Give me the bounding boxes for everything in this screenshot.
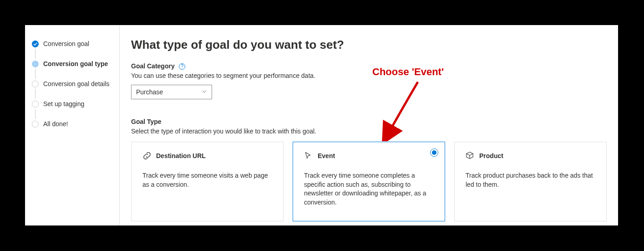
help-icon[interactable]: ? [179,63,185,70]
card-title: Product [479,152,503,159]
goal-type-desc: Select the type of interaction you would… [131,128,607,135]
step-connector [35,69,35,79]
card-event[interactable]: Event Track every time someone completes… [293,142,445,221]
goal-type-cards: Destination URL Track every time someone… [131,142,607,221]
card-product[interactable]: Product Track product purchases back to … [454,142,607,221]
circle-icon [32,101,39,108]
card-desc: Track every time someone visits a web pa… [142,171,272,189]
page-title: What type of goal do you want to set? [131,38,607,52]
step-all-done[interactable]: All done! [32,119,119,129]
step-connector [35,49,35,59]
step-label: Conversion goal [43,40,89,47]
step-label: Conversion goal type [43,60,108,67]
step-connector [35,89,35,99]
step-label: Set up tagging [43,100,84,108]
circle-icon [32,81,39,87]
step-conversion-goal-type[interactable]: Conversion goal type [32,59,119,69]
annotation-text: Choose 'Event' [372,66,444,78]
card-destination-url[interactable]: Destination URL Track every time someone… [131,142,284,221]
chevron-down-icon [202,89,207,95]
goal-type-label: Goal Type [131,118,162,125]
goal-category-dropdown[interactable]: Purchase [131,85,212,99]
step-set-up-tagging[interactable]: Set up tagging [32,99,119,109]
main-content: What type of goal do you want to set? Go… [120,25,618,225]
dropdown-value: Purchase [136,88,163,96]
cursor-icon [304,151,313,160]
step-conversion-goal-details[interactable]: Conversion goal details [32,79,119,89]
card-desc: Track product purchases back to the ads … [466,171,595,189]
step-label: All done! [43,120,68,128]
goal-category-desc: You can use these categories to segment … [131,72,607,79]
step-conversion-goal[interactable]: Conversion goal [32,39,119,49]
step-connector [35,109,35,119]
card-title: Event [318,152,335,159]
package-icon [466,151,475,160]
circle-icon [32,121,39,128]
goal-category-label: Goal Category [131,62,175,70]
card-title: Destination URL [156,152,206,159]
circle-icon [32,61,39,67]
card-desc: Track every time someone completes a spe… [304,171,434,207]
check-icon [32,41,39,47]
wizard-sidebar: Conversion goal Conversion goal type Con… [25,25,120,225]
step-label: Conversion goal details [43,80,110,87]
radio-selected-icon [430,149,438,157]
link-icon [142,151,152,160]
